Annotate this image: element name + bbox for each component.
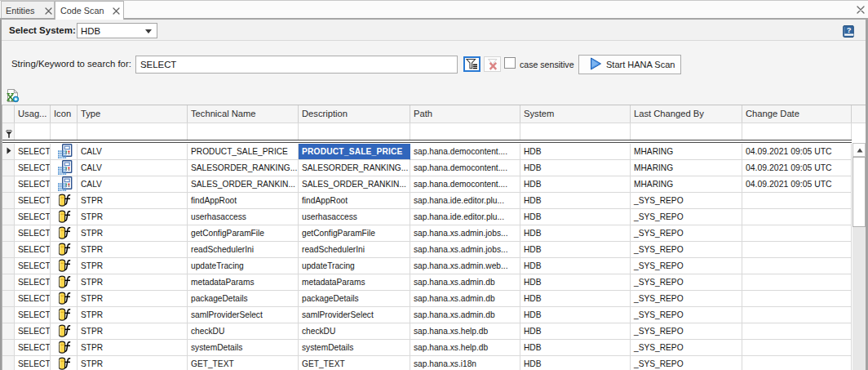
svg-text:?: ? (847, 25, 852, 34)
